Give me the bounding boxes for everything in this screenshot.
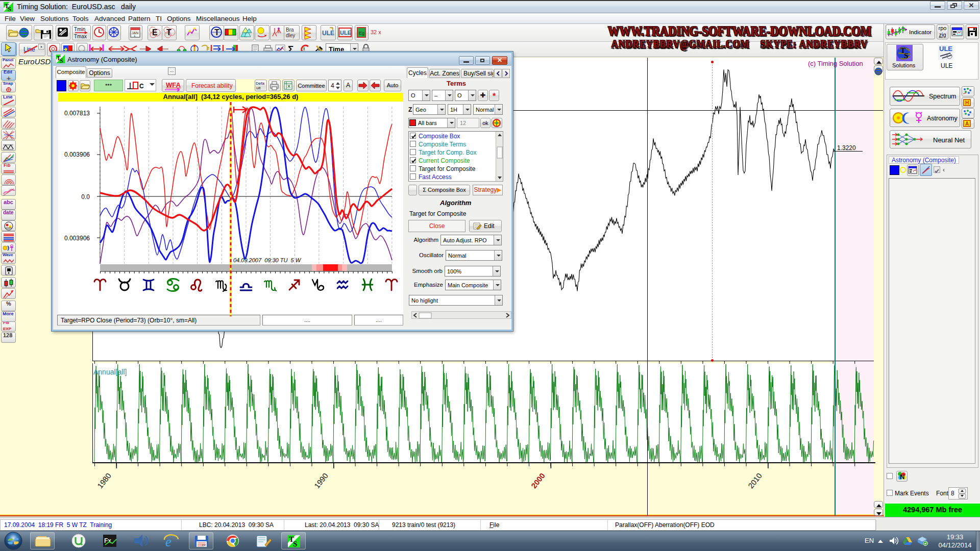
svg-text:H: H	[965, 100, 969, 106]
svg-text:64: 64	[202, 544, 206, 547]
svg-text:S: S	[293, 540, 297, 548]
svg-text:A: A	[965, 121, 969, 127]
svg-text:S: S	[904, 52, 908, 60]
svg-text:N: N	[900, 473, 904, 481]
svg-text:ULE: ULE	[939, 45, 952, 53]
